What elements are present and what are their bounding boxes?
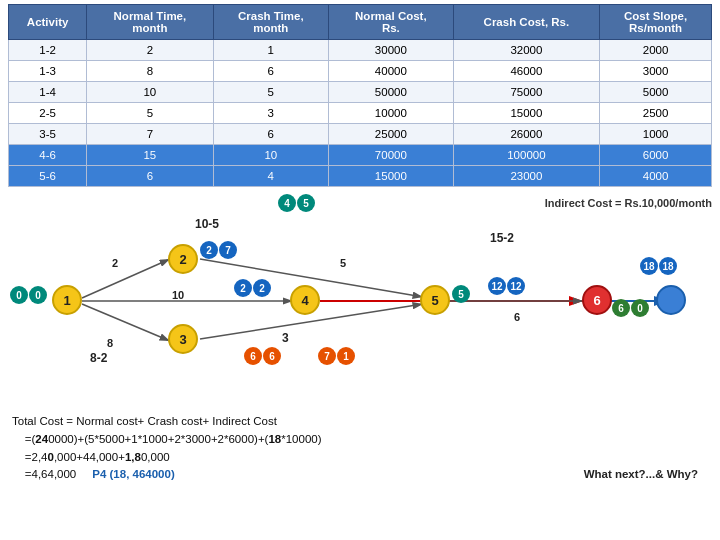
- badge-7-1: 7 1: [318, 347, 355, 365]
- edge-label-15-2: 15-2: [490, 231, 514, 245]
- edge-label-8-2: 8-2: [90, 351, 107, 365]
- node-1: 1: [52, 285, 82, 315]
- svg-line-3: [82, 259, 170, 298]
- edge-label-1-2: 2: [112, 257, 118, 269]
- badge-4: 4: [278, 194, 296, 212]
- badge-7: 7: [219, 241, 237, 259]
- badge-7o: 7: [318, 347, 336, 365]
- badge-18-18: 18 18: [640, 257, 677, 275]
- edge-label-1-3: 8: [107, 337, 113, 349]
- table-cell: 4: [213, 166, 328, 187]
- table-cell: 100000: [453, 145, 599, 166]
- badge-12b: 12: [507, 277, 525, 295]
- table-cell: 46000: [453, 61, 599, 82]
- badge-0b: 0: [29, 286, 47, 304]
- table-cell: 5000: [600, 82, 712, 103]
- edge-label-10-5: 10-5: [195, 217, 219, 231]
- table-cell: 10: [213, 145, 328, 166]
- network-diagram: Indirect Cost = Rs.10,000/month: [0, 189, 720, 409]
- svg-line-4: [82, 304, 170, 341]
- bold-18: 18: [268, 433, 281, 445]
- node-4: 4: [290, 285, 320, 315]
- table-cell: 23000: [453, 166, 599, 187]
- node-5: 5: [420, 285, 450, 315]
- badge-12a: 12: [488, 277, 506, 295]
- table-cell: 6: [213, 61, 328, 82]
- table-cell: 5: [213, 82, 328, 103]
- col-cost-slope: Cost Slope,Rs/month: [600, 5, 712, 40]
- table-row: 1-410550000750005000: [9, 82, 712, 103]
- table-cell: 15000: [329, 166, 454, 187]
- badge-5-single: 5: [452, 285, 470, 303]
- edge-label-5-6: 6: [514, 311, 520, 323]
- table-row: 2-55310000150002500: [9, 103, 712, 124]
- indirect-cost-label: Indirect Cost = Rs.10,000/month: [545, 197, 712, 209]
- table-cell: 2-5: [9, 103, 87, 124]
- edge-label-3: 3: [282, 331, 289, 345]
- table-cell: 1-4: [9, 82, 87, 103]
- col-normal-cost: Normal Cost,Rs.: [329, 5, 454, 40]
- table-cell: 32000: [453, 40, 599, 61]
- table-cell: 2: [87, 40, 213, 61]
- table-cell: 3: [213, 103, 328, 124]
- table-cell: 1-3: [9, 61, 87, 82]
- table-cell: 4000: [600, 166, 712, 187]
- badge-6-6: 6 6: [244, 347, 281, 365]
- badge-2b: 2: [253, 279, 271, 297]
- table-cell: 50000: [329, 82, 454, 103]
- table-cell: 4-6: [9, 145, 87, 166]
- table-cell: 40000: [329, 61, 454, 82]
- table-cell: 1000: [600, 124, 712, 145]
- badge-6a: 6: [244, 347, 262, 365]
- table-cell: 3-5: [9, 124, 87, 145]
- col-normal-time: Normal Time,month: [87, 5, 213, 40]
- bottom-text-area: Total Cost = Normal cost+ Crash cost+ In…: [0, 409, 720, 484]
- table-cell: 5-6: [9, 166, 87, 187]
- node-2: 2: [168, 244, 198, 274]
- edge-label-2-5: 5: [340, 257, 346, 269]
- bold-1: 1,8: [125, 451, 141, 463]
- table-cell: 6: [213, 124, 328, 145]
- node-3: 3: [168, 324, 198, 354]
- table-cell: 15: [87, 145, 213, 166]
- badge-2-2: 2 2: [234, 279, 271, 297]
- table-cell: 26000: [453, 124, 599, 145]
- bottom-line-4: =4,64,000 P4 (18, 464000) What next?...&…: [12, 466, 708, 484]
- main-table-wrapper: Activity Normal Time,month Crash Time,mo…: [0, 0, 720, 187]
- table-cell: 10: [87, 82, 213, 103]
- badge-0-0: 0 0: [10, 286, 47, 304]
- table-row: 1-38640000460003000: [9, 61, 712, 82]
- table-cell: 15000: [453, 103, 599, 124]
- bottom-line-3: =2,40,000+44,000+1,80,000: [12, 449, 708, 467]
- badge-12-12: 12 12: [488, 277, 525, 295]
- table-cell: 7: [87, 124, 213, 145]
- table-cell: 8: [87, 61, 213, 82]
- bottom-line-2: =(240000)+(5*5000+1*1000+2*3000+2*6000)+…: [12, 431, 708, 449]
- badge-0a: 0: [10, 286, 28, 304]
- table-cell: 5: [87, 103, 213, 124]
- col-crash-cost: Crash Cost, Rs.: [453, 5, 599, 40]
- badge-0x: 0: [631, 299, 649, 317]
- p4-label: P4 (18, 464000): [92, 468, 174, 480]
- bold-24: 24: [35, 433, 48, 445]
- table-cell: 6000: [600, 145, 712, 166]
- badge-5s: 5: [452, 285, 470, 303]
- table-row: 1-22130000320002000: [9, 40, 712, 61]
- table-cell: 75000: [453, 82, 599, 103]
- table-cell: 70000: [329, 145, 454, 166]
- activity-table: Activity Normal Time,month Crash Time,mo…: [8, 4, 712, 187]
- bold-0: 0: [47, 451, 53, 463]
- table-cell: 1: [213, 40, 328, 61]
- table-cell: 2000: [600, 40, 712, 61]
- edge-label-1-4: 10: [172, 289, 184, 301]
- badge-2: 2: [200, 241, 218, 259]
- table-cell: 6: [87, 166, 213, 187]
- badge-1o: 1: [337, 347, 355, 365]
- badge-18b: 18: [659, 257, 677, 275]
- table-row: 4-61510700001000006000: [9, 145, 712, 166]
- badge-2-7: 2 7: [200, 241, 237, 259]
- col-activity: Activity: [9, 5, 87, 40]
- table-cell: 30000: [329, 40, 454, 61]
- node-end: [656, 285, 686, 315]
- badge-2a: 2: [234, 279, 252, 297]
